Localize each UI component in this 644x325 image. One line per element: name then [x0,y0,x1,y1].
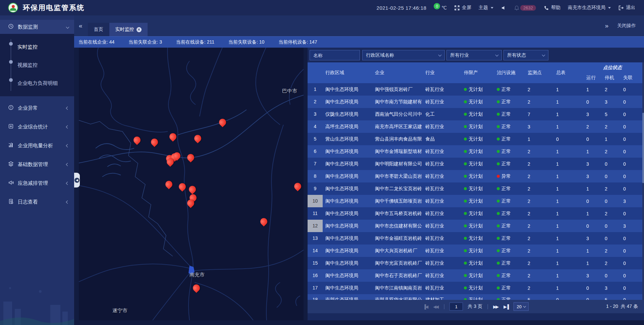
tabs-scroll-left-button[interactable]: « [74,22,88,30]
cell-company: 阆中千佛镇五郎垭页岩 [373,198,423,204]
cell-industry: 砖瓦行业 [423,273,462,279]
table-row-1[interactable]: 1阆中生态环境局阆中强锐页岩砖厂砖瓦行业无计划正常21120 [308,83,642,96]
temperature-unit: ℃ [441,5,447,10]
stat-label: 当前失联设备 [228,39,257,45]
tab-close-icon[interactable]: ✕ [137,27,142,32]
cell-lost: 0 [621,99,641,105]
cell-index: 15 [308,257,323,269]
theme-dropdown[interactable]: 主题 [479,5,493,11]
status-dot-icon [464,138,467,141]
org-dropdown[interactable]: 南充市生态环境局 [568,5,611,11]
col-limit: 停限产 [462,70,495,76]
enterprise-table: 行政区域 企业 行业 停限产 治污设施 监测点 总表 点位状态 运行 停机 失联… [308,62,642,300]
industry-select[interactable]: 所有行业 [446,50,502,60]
tab-label: 首页 [94,26,103,33]
cell-region: 阆中生态环境局 [323,223,373,229]
table-row-4[interactable]: 4高坪生态环境局南充市高坪区王家店建砖瓦行业无计划正常31220 [308,120,642,133]
cell-run: 1 [584,186,603,192]
cell-lost: 0 [621,161,641,167]
table-row-18[interactable]: 18南部生态环境局南部县双华水泥有限公建材加工无计划正常50050 [308,294,642,300]
cell-industry: 砖瓦行业 [423,285,462,291]
close-operations-button[interactable]: 关闭操作 [617,23,636,29]
table-row-8[interactable]: 8阆中生态环境局阆中市枣碧大梁山页岩砖瓦行业无计划异常21300 [308,170,642,182]
cell-facility-status: 正常 [495,198,526,204]
sidebar-subitem-视频监控[interactable]: 视频监控 [0,56,74,74]
help-button[interactable]: 帮助 [543,5,560,11]
sidebar-subitem-实时监控[interactable]: 实时监控 [0,38,74,56]
status-dot-icon [464,274,467,277]
notifications[interactable]: 2632 [514,5,536,11]
first-page-button[interactable]: ▐◀ [423,304,428,309]
cell-stop: 0 [603,223,621,229]
map-roads-layer [79,48,304,320]
chevron-left-icon: ◀ [74,178,79,183]
cell-company: 阆中市金博瑞新型墙材 [373,149,423,155]
sidebar-item-1[interactable]: 数据监测 [0,20,74,34]
sidebar-subitem-企业电力负荷明细[interactable]: 企业电力负荷明细 [0,74,74,92]
stat-label: 当前在线企业 [78,39,107,45]
status-dot-icon [464,224,467,227]
tab-实时监控[interactable]: 实时监控✕ [109,23,148,36]
prev-page-button[interactable]: ◀◀ [433,304,439,309]
chevron-left-icon [66,181,69,185]
table-row-10[interactable]: 10阆中生态环境局阆中千佛镇五郎垭页岩砖瓦行业无计划正常21003 [308,195,642,207]
cell-meters: 1 [554,223,584,229]
cell-company: 阆中市金福旺页岩机砖 [373,235,423,241]
filter-bar: 行政区域名称 所有行业 所有状态 [308,50,644,61]
cell-run: 1 [584,248,603,254]
page-size-select[interactable]: 20 [514,302,528,311]
tab-首页[interactable]: 首页 [88,23,109,36]
table-row-17[interactable]: 17阆中生态环境局阆中市江南镇阆南页岩砖瓦行业无计划正常21030 [308,282,642,294]
cell-limit-status: 无计划 [462,248,495,254]
cell-run: 3 [584,161,603,167]
table-row-2[interactable]: 2阆中生态环境局阆中市南方节能建材有砖瓦行业无计划正常21030 [308,96,642,108]
sidebar-item-7[interactable]: 日志查看 [0,195,74,209]
cell-run: 0 [584,137,603,142]
cell-limit-status: 无计划 [462,173,495,179]
sidebar-item-6[interactable]: 应急减排管理 [0,176,74,190]
table-row-15[interactable]: 15阆中生态环境局阆中市光富页岩机砖厂砖瓦行业无计划正常21120 [308,257,642,269]
app-title: 环保用电监管系统 [23,3,85,12]
table-row-16[interactable]: 16阆中生态环境局阆中市石子页岩机砖厂砖瓦行业无计划正常21300 [308,269,642,282]
logout-button[interactable]: 退出 [618,5,635,11]
table-row-7[interactable]: 7阆中生态环境局阆中明阳建材有限公司砖瓦行业无计划正常21300 [308,158,642,170]
table-row-9[interactable]: 9阆中生态环境局阆中市二龙长宝页岩砖砖瓦行业无计划正常21120 [308,182,642,195]
sidebar-collapse-button[interactable]: ◀ [74,173,80,187]
cell-meters: 1 [554,87,584,92]
sidebar-item-2[interactable]: 企业异常 [0,101,74,115]
cell-industry: 化工 [423,111,462,117]
table-row-3[interactable]: 3仪陇生态环境局西南油气田分公司川中化工无计划正常71350 [308,108,642,120]
last-page-button[interactable]: ▶▐ [503,304,509,309]
table-row-11[interactable]: 11阆中生态环境局阆中市五马桥页岩机砖砖瓦行业无计划正常21120 [308,207,642,220]
map-canvas[interactable]: 巴中市南充市遂宁市 [79,48,304,320]
cell-facility-status: 正常 [495,273,526,279]
table-row-12[interactable]: 12阆中生态环境局阆中市忠信建材有限公砖瓦行业无计划正常21003 [308,220,642,232]
table-row-5[interactable]: 5营山生态环境局营山县润丰肉食品有限食品无计划正常10010 [308,133,642,145]
scrollbar-thumb[interactable] [642,113,644,183]
cell-run: 1 [584,149,603,154]
submenu-label: 视频监控 [17,62,38,68]
table-row-6[interactable]: 6阆中生态环境局阆中市金博瑞新型墙材砖瓦行业无计划正常21120 [308,145,642,158]
name-search-input[interactable] [313,53,356,58]
cell-facility-status: 正常 [495,136,526,142]
status-dot-icon [464,113,467,116]
tabs-scroll-right-button[interactable]: » [605,22,608,30]
fullscreen-button[interactable]: 全屏 [454,5,471,11]
cell-facility-status: 正常 [495,260,526,266]
page-number-input[interactable] [449,303,463,311]
monitor-icon [8,23,14,30]
region-select[interactable]: 行政区域名称 [362,50,445,60]
table-row-13[interactable]: 13阆中生态环境局阆中市金福旺页岩机砖砖瓦行业无计划正常21300 [308,232,642,245]
cell-facility-status: 正常 [495,235,526,241]
cell-limit-status: 无计划 [462,273,495,279]
status-select[interactable]: 所有状态 [503,50,548,60]
mute-button[interactable] [501,5,506,11]
sidebar-item-5[interactable]: 基础数据管理 [0,157,74,171]
table-row-14[interactable]: 14阆中生态环境局阆中大兴页岩机砖厂砖瓦行业无计划正常21120 [308,245,642,257]
sidebar-item-3[interactable]: 企业综合统计 [0,120,74,134]
table-scrollbar[interactable] [642,62,644,300]
sidebar-item-4[interactable]: 企业用电量分析 [0,139,74,153]
cell-points: 1 [526,137,554,142]
status-dot-icon [497,200,500,203]
next-page-button[interactable]: ▶▶ [493,304,499,309]
